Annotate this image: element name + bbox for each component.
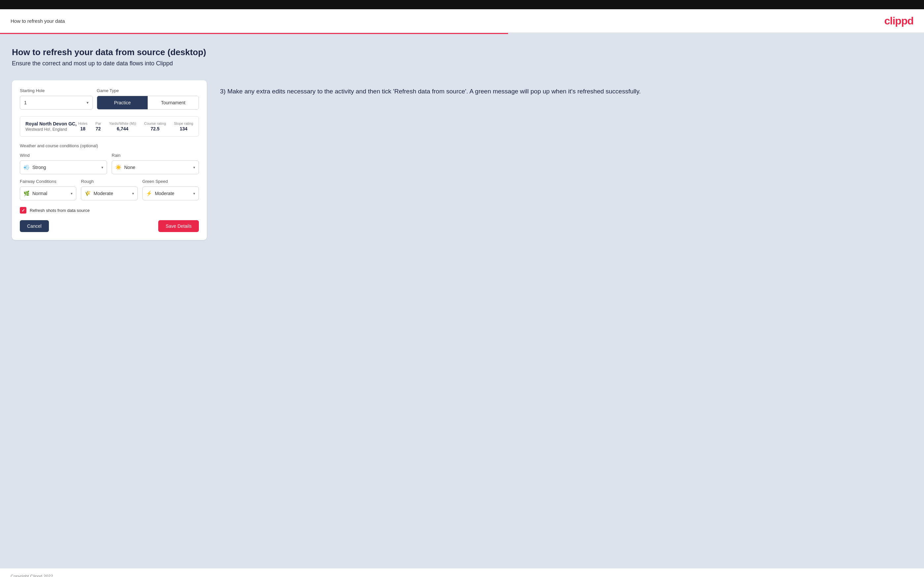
logo: clippd [884, 15, 913, 27]
course-location: Westward Ho!, England [26, 127, 78, 132]
wind-icon: 💨 [23, 164, 30, 170]
yards-stat: Yards/White (M)) 6,744 [109, 121, 136, 131]
green-speed-field: Green Speed ⚡ Moderate ▾ [142, 179, 199, 200]
form-card: Starting Hole 1 10 ▾ Game Type Practice … [12, 80, 207, 240]
fairway-value: Normal [32, 191, 71, 196]
slope-rating-stat: Slope rating 134 [174, 121, 193, 131]
par-value: 72 [95, 126, 101, 131]
cancel-button[interactable]: Cancel [20, 220, 49, 232]
green-speed-select[interactable]: ⚡ Moderate ▾ [142, 187, 199, 200]
refresh-checkbox-row: ✓ Refresh shots from data source [20, 207, 199, 214]
green-speed-icon: ⚡ [146, 190, 152, 197]
yards-label: Yards/White (M)) [109, 121, 136, 126]
chevron-down-icon: ▾ [193, 192, 195, 196]
footer: Copyright Clippd 2022 [0, 568, 924, 577]
course-rating-stat: Course rating 72.5 [144, 121, 166, 131]
rough-field: Rough 🌾 Moderate ▾ [81, 179, 137, 200]
wind-field: Wind 💨 Strong ▾ [20, 153, 107, 174]
header: How to refresh your data clippd [0, 9, 924, 33]
save-button[interactable]: Save Details [158, 220, 199, 232]
rain-icon: ☀️ [115, 164, 121, 170]
starting-hole-select[interactable]: 1 10 ▾ [20, 96, 93, 110]
starting-hole-input[interactable]: 1 10 [24, 100, 89, 105]
game-type-section: Game Type Practice Tournament [97, 88, 199, 110]
side-note-text: 3) Make any extra edits necessary to the… [220, 87, 912, 97]
wind-label: Wind [20, 153, 107, 158]
footer-text: Copyright Clippd 2022 [11, 574, 53, 577]
rough-value: Moderate [94, 191, 132, 196]
fairway-select[interactable]: 🌿 Normal ▾ [20, 187, 76, 200]
par-label: Par [95, 121, 101, 126]
rain-select[interactable]: ☀️ None ▾ [111, 160, 199, 174]
side-note: 3) Make any extra edits necessary to the… [220, 77, 912, 97]
par-stat: Par 72 [95, 121, 101, 131]
rough-label: Rough [81, 179, 137, 184]
wind-select[interactable]: 💨 Strong ▾ [20, 160, 107, 174]
button-row: Cancel Save Details [20, 220, 199, 232]
fairway-label: Fairway Conditions [20, 179, 76, 184]
main-content: How to refresh your data from source (de… [0, 34, 924, 568]
conditions-3-row: Fairway Conditions 🌿 Normal ▾ Rough 🌾 Mo… [20, 179, 199, 200]
course-name: Royal North Devon GC, [26, 121, 78, 126]
chevron-down-icon: ▾ [193, 165, 195, 170]
content-row: Starting Hole 1 10 ▾ Game Type Practice … [12, 77, 912, 240]
starting-hole-label: Starting Hole [20, 88, 93, 93]
holes-label: Holes [78, 121, 87, 126]
game-type-toggle: Practice Tournament [97, 96, 199, 110]
green-speed-value: Moderate [155, 191, 193, 196]
practice-button[interactable]: Practice [97, 96, 148, 109]
rough-icon: 🌾 [84, 190, 91, 197]
course-info: Royal North Devon GC, Westward Ho!, Engl… [26, 121, 78, 132]
wind-value: Strong [32, 165, 102, 170]
wind-rain-row: Wind 💨 Strong ▾ Rain ☀️ None ▾ [20, 153, 199, 174]
header-title: How to refresh your data [11, 18, 65, 24]
page-title: How to refresh your data from source (de… [12, 47, 912, 58]
chevron-down-icon: ▾ [132, 192, 134, 196]
course-stats: Holes 18 Par 72 Yards/White (M)) 6,744 C… [78, 121, 193, 131]
yards-value: 6,744 [109, 126, 136, 131]
holes-value: 18 [78, 126, 87, 131]
refresh-checkbox[interactable]: ✓ [20, 207, 26, 214]
fairway-field: Fairway Conditions 🌿 Normal ▾ [20, 179, 76, 200]
rain-label: Rain [111, 153, 199, 158]
chevron-down-icon: ▾ [102, 165, 103, 170]
conditions-heading: Weather and course conditions (optional) [20, 143, 199, 148]
slope-rating-value: 134 [174, 126, 193, 131]
rain-field: Rain ☀️ None ▾ [111, 153, 199, 174]
slope-rating-label: Slope rating [174, 121, 193, 126]
holes-stat: Holes 18 [78, 121, 87, 131]
green-speed-label: Green Speed [142, 179, 199, 184]
tournament-button[interactable]: Tournament [148, 96, 199, 109]
starting-hole-section: Starting Hole 1 10 ▾ [20, 88, 93, 110]
fairway-icon: 🌿 [23, 190, 30, 197]
course-card: Royal North Devon GC, Westward Ho!, Engl… [20, 116, 199, 137]
game-type-label: Game Type [97, 88, 199, 93]
refresh-checkbox-label: Refresh shots from data source [30, 208, 89, 213]
course-rating-value: 72.5 [144, 126, 166, 131]
rough-select[interactable]: 🌾 Moderate ▾ [81, 187, 137, 200]
top-fields-row: Starting Hole 1 10 ▾ Game Type Practice … [20, 88, 199, 110]
top-bar [0, 0, 924, 9]
page-subtitle: Ensure the correct and most up to date d… [12, 60, 912, 67]
chevron-down-icon: ▾ [71, 192, 73, 196]
checkmark-icon: ✓ [21, 208, 25, 213]
course-rating-label: Course rating [144, 121, 166, 126]
rain-value: None [124, 165, 193, 170]
